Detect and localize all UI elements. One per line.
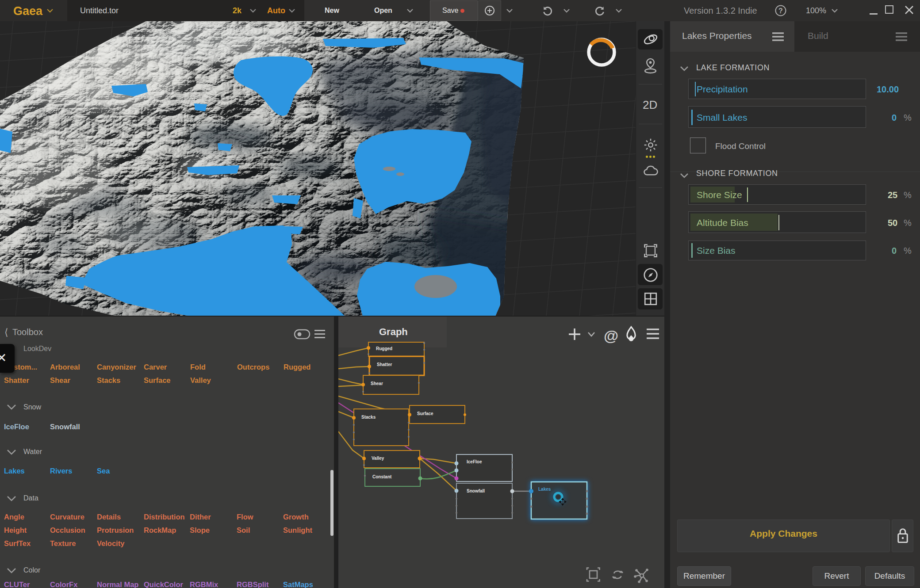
svg-text:Lakes: Lakes: [538, 487, 551, 492]
svg-text:Snowfall: Snowfall: [467, 489, 485, 493]
svg-text:Rugged: Rugged: [376, 346, 392, 351]
svg-text:IceFloe: IceFloe: [467, 459, 482, 464]
svg-text:Shatter: Shatter: [377, 362, 392, 367]
svg-text:Valley: Valley: [372, 456, 384, 461]
svg-text:Shear: Shear: [371, 381, 383, 386]
svg-text:?: ?: [778, 7, 783, 15]
svg-text:Constant: Constant: [372, 474, 392, 479]
svg-text:Stacks: Stacks: [361, 415, 376, 420]
svg-text:Surface: Surface: [417, 411, 433, 416]
